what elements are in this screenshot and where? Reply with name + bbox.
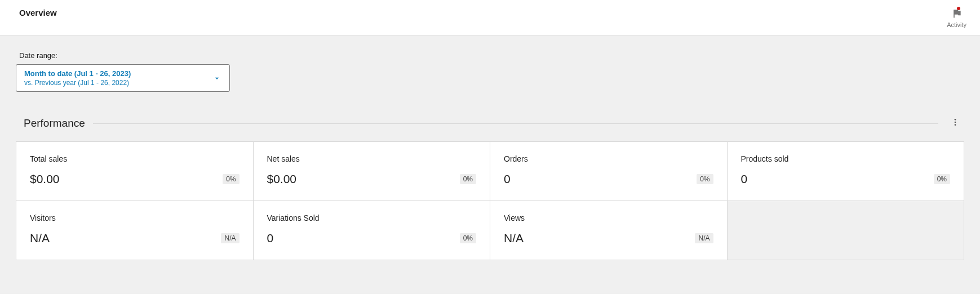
performance-card[interactable]: Total sales$0.000%	[16, 142, 253, 200]
card-value: $0.00	[267, 172, 297, 186]
performance-card[interactable]: Orders00%	[490, 142, 727, 200]
activity-label: Activity	[947, 21, 966, 28]
performance-card[interactable]: ViewsN/AN/A	[490, 201, 727, 260]
card-value: $0.00	[30, 172, 60, 186]
card-label: Orders	[504, 154, 713, 163]
card-label: Visitors	[30, 213, 240, 222]
page-title: Overview	[19, 8, 57, 17]
performance-card-empty	[728, 201, 964, 260]
card-label: Net sales	[267, 154, 477, 163]
performance-section-title: Performance	[16, 117, 85, 130]
performance-card[interactable]: VisitorsN/AN/A	[16, 201, 253, 260]
activity-button[interactable]: Activity	[947, 8, 966, 28]
kebab-menu-icon	[951, 118, 960, 127]
card-value: 0	[504, 172, 511, 186]
flag-icon	[951, 8, 963, 19]
card-label: Views	[504, 213, 713, 222]
performance-card[interactable]: Variations Sold00%	[254, 201, 490, 260]
activity-notification-dot	[957, 7, 960, 10]
performance-menu-button[interactable]	[946, 115, 964, 131]
performance-cards-grid: Total sales$0.000%Net sales$0.000%Orders…	[16, 141, 964, 260]
card-value: N/A	[30, 231, 50, 245]
date-range-label: Date range:	[19, 51, 964, 60]
card-delta: 0%	[697, 174, 713, 184]
section-divider	[93, 123, 938, 124]
card-delta: N/A	[695, 233, 713, 243]
card-label: Products sold	[741, 154, 951, 163]
svg-point-1	[955, 122, 956, 123]
card-label: Total sales	[30, 154, 240, 163]
card-delta: 0%	[460, 233, 476, 243]
svg-point-2	[955, 124, 956, 126]
svg-point-0	[955, 119, 956, 121]
date-range-picker[interactable]: Month to date (Jul 1 - 26, 2023) vs. Pre…	[16, 64, 230, 92]
card-value: 0	[741, 172, 748, 186]
card-label: Variations Sold	[267, 213, 477, 222]
card-delta: 0%	[460, 174, 476, 184]
date-range-primary: Month to date (Jul 1 - 26, 2023)	[24, 69, 131, 78]
chevron-down-icon	[212, 74, 221, 83]
performance-card[interactable]: Net sales$0.000%	[254, 142, 490, 200]
date-range-secondary: vs. Previous year (Jul 1 - 26, 2022)	[24, 79, 131, 87]
card-delta: 0%	[223, 174, 239, 184]
card-value: 0	[267, 231, 274, 245]
card-delta: N/A	[221, 233, 239, 243]
card-delta: 0%	[934, 174, 950, 184]
card-value: N/A	[504, 231, 524, 245]
performance-card[interactable]: Products sold00%	[728, 142, 964, 200]
